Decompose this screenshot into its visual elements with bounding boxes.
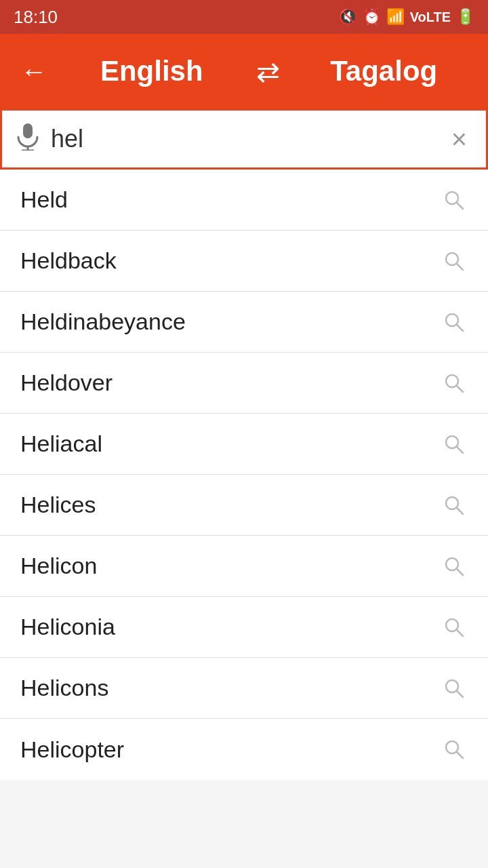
search-icon <box>441 431 468 458</box>
list-item[interactable]: Held <box>0 170 488 231</box>
svg-line-20 <box>457 691 463 697</box>
battery-icon: 🔋 <box>456 8 474 26</box>
status-icons: 🔇 ⏰ 📶 VoLTE 🔋 <box>339 8 474 26</box>
mute-icon: 🔇 <box>339 8 357 26</box>
svg-line-10 <box>457 386 463 392</box>
suggestion-text: Helicon <box>20 553 441 579</box>
search-icon <box>441 675 468 702</box>
swap-icon: ⇄ <box>256 55 280 88</box>
suggestions-list: Held Heldback Heldinabeyance Heldover He… <box>0 170 488 780</box>
suggestion-text: Helicopter <box>20 736 441 763</box>
status-bar: 18:10 🔇 ⏰ 📶 VoLTE 🔋 <box>0 0 488 34</box>
search-icon <box>441 492 468 519</box>
close-icon: × <box>451 124 467 154</box>
volte-icon: VoLTE <box>410 9 451 25</box>
suggestion-text: Heldback <box>20 248 441 274</box>
svg-line-8 <box>457 325 463 331</box>
suggestion-text: Heliconia <box>20 614 441 640</box>
suggestion-text: Held <box>20 186 441 213</box>
search-bar: × <box>0 108 488 170</box>
search-input[interactable] <box>51 125 435 153</box>
search-icon <box>441 553 468 580</box>
svg-line-4 <box>457 203 463 209</box>
svg-line-16 <box>457 569 463 575</box>
svg-line-18 <box>457 630 463 636</box>
suggestion-text: Helicons <box>20 675 441 701</box>
search-icon <box>441 614 468 641</box>
search-icon <box>441 736 468 763</box>
list-item[interactable]: Heldover <box>0 353 488 414</box>
svg-line-22 <box>457 752 463 758</box>
svg-line-14 <box>457 508 463 514</box>
list-item[interactable]: Helicon <box>0 536 488 597</box>
microphone-button[interactable] <box>16 122 40 157</box>
list-item[interactable]: Heliacal <box>0 414 488 475</box>
search-icon <box>441 309 468 336</box>
suggestion-text: Heliacal <box>20 431 441 457</box>
back-arrow-icon: ← <box>20 56 47 87</box>
list-item[interactable]: Helicopter <box>0 719 488 780</box>
source-language-label[interactable]: English <box>61 55 243 87</box>
back-button[interactable]: ← <box>14 50 54 94</box>
suggestion-text: Heldinabeyance <box>20 309 441 335</box>
list-item[interactable]: Helices <box>0 475 488 536</box>
list-item[interactable]: Heldinabeyance <box>0 292 488 353</box>
search-icon <box>441 186 468 214</box>
svg-rect-0 <box>23 123 33 138</box>
status-time: 18:10 <box>14 7 58 28</box>
search-icon <box>441 370 468 397</box>
list-item[interactable]: Heldback <box>0 231 488 292</box>
search-icon <box>441 248 468 275</box>
app-bar: ← English ⇄ Tagalog <box>0 34 488 108</box>
list-item[interactable]: Helicons <box>0 658 488 719</box>
list-item[interactable]: Heliconia <box>0 597 488 658</box>
target-language-label[interactable]: Tagalog <box>293 55 475 87</box>
suggestion-text: Heldover <box>20 370 441 396</box>
signal-icon: 📶 <box>386 8 405 26</box>
svg-line-6 <box>457 264 463 270</box>
alarm-icon: ⏰ <box>363 8 381 26</box>
swap-languages-button[interactable]: ⇄ <box>249 48 287 95</box>
svg-line-12 <box>457 447 463 453</box>
suggestion-text: Helices <box>20 492 441 518</box>
clear-search-button[interactable]: × <box>446 119 472 160</box>
